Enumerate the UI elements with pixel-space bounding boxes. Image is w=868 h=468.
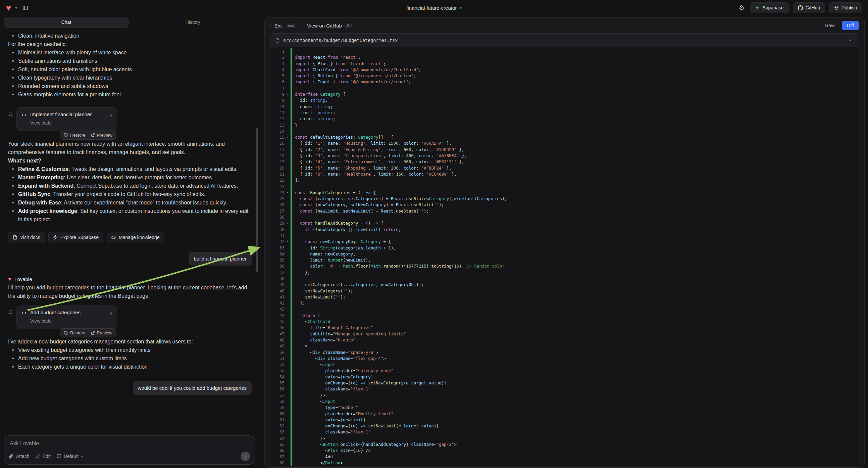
list-item: Master Prompting: Use clear, detailed, a…: [11, 173, 252, 182]
chevron-right-icon: ›: [110, 310, 112, 316]
code-line: 53 placeholder="Category name": [271, 368, 859, 374]
view-on-github-button[interactable]: View on GitHub 6: [305, 23, 354, 29]
code-line: 26 const [newCategory, setNewCategory] =…: [271, 202, 859, 208]
diff-toggle-button[interactable]: Diff: [842, 21, 859, 30]
visit-docs-button[interactable]: Visit docs: [8, 232, 45, 243]
code-line: 14: [271, 128, 859, 134]
chat-message-list[interactable]: Clean, intuitive navigation For the desi…: [0, 29, 259, 434]
chevron-down-icon: ▾: [81, 455, 83, 458]
view-code-link[interactable]: View code: [30, 119, 92, 127]
chat-input[interactable]: [9, 440, 250, 447]
manage-knowledge-button[interactable]: Manage knowledge: [107, 232, 164, 243]
version-actions: Restore Preview: [60, 328, 117, 338]
restore-button[interactable]: Restore: [64, 330, 86, 335]
tab-history[interactable]: History: [130, 17, 255, 28]
publish-label: Publish: [841, 5, 857, 10]
version-title: Add budget categories: [30, 309, 81, 316]
code-line: 9 id: string;: [271, 97, 859, 104]
explore-supabase-button[interactable]: Explore Supabase: [48, 232, 103, 243]
edit-button[interactable]: Edit: [36, 454, 51, 459]
list-item: Expand with Backend: Connect Supabase to…: [11, 182, 252, 190]
sidebar-toggle-button[interactable]: [21, 4, 30, 12]
code-line: 15▾const defaultCategories: Category[] =…: [271, 134, 859, 140]
chat-tabs: Chat History: [0, 16, 259, 29]
code-icon: [22, 311, 27, 316]
supabase-button[interactable]: Supabase: [750, 2, 788, 13]
bookmark-icon[interactable]: [8, 112, 13, 140]
code-line: 43: [271, 306, 859, 312]
publish-button[interactable]: Publish: [829, 2, 862, 13]
collapse-file-button[interactable]: [845, 38, 854, 43]
user-message: build a financial planner: [189, 252, 252, 266]
code-line: 60 placeholder="Monthly limit": [271, 411, 859, 417]
lovable-logo-icon[interactable]: ♥: [6, 3, 11, 12]
project-switcher[interactable]: financial-future-creator ▾: [406, 5, 462, 11]
chevron-left-icon: ‹: [270, 24, 272, 28]
chevron-up-icon: [847, 38, 852, 42]
send-button[interactable]: ↑: [241, 451, 250, 461]
sidebar-toggle-icon: [23, 5, 28, 11]
assistant-name: Lovable: [14, 275, 32, 283]
mode-selector[interactable]: Default ▾: [57, 454, 83, 459]
code-editor[interactable]: 12import React from 'react';3import { Pl…: [270, 47, 859, 468]
code-line: 3import { Plus } from 'lucide-react';: [271, 61, 859, 67]
github-button[interactable]: GitHub: [793, 2, 826, 13]
list-item: Subtle animations and transitions: [11, 57, 252, 65]
document-icon: [13, 235, 18, 240]
topbar: ♥ ▾ financial-future-creator ▾ ⚙ Supabas…: [0, 0, 868, 16]
code-line: 66 <Plus size={16} />: [271, 447, 859, 454]
message-menu-button[interactable]: ···: [240, 275, 252, 282]
list-item: Refine & Customize: Tweak the design, an…: [11, 165, 252, 173]
chat-scrollbar[interactable]: [256, 128, 258, 272]
code-line: 18 { id: '3', name: 'Transportation', li…: [271, 153, 859, 159]
code-line: 46 title="Budget Categories": [271, 325, 859, 331]
restore-button[interactable]: Restore: [64, 133, 86, 138]
code-line: 55 onChange={(e) => setNewCategory(e.tar…: [271, 380, 859, 386]
code-line: 7: [271, 85, 859, 91]
code-line: 29▾ const handleAddCategory = () => {: [271, 220, 859, 226]
code-line: 54 value={newCategory}: [271, 374, 859, 380]
code-line: 64 />: [271, 435, 859, 441]
view-code-link[interactable]: View code: [30, 317, 81, 325]
attach-button[interactable]: Attach: [9, 454, 30, 459]
code-line: 11 limit: number;: [271, 110, 859, 116]
code-line: 67 Add: [271, 454, 859, 460]
preview-button[interactable]: Preview: [91, 133, 113, 138]
settings-button[interactable]: ⚙: [738, 2, 746, 13]
code-line: 36 color: '#' + Math.floor(Math.random()…: [271, 263, 859, 269]
arrow-up-icon: ↑: [244, 454, 247, 459]
tab-chat[interactable]: Chat: [4, 17, 128, 28]
code-line: 23: [271, 184, 859, 190]
code-line: 63 className="flex-1": [271, 429, 859, 435]
code-line: 47 subtitle="Manage your spending limits…: [271, 331, 859, 337]
file-header[interactable]: src/components/budget/BudgetCategories.t…: [270, 33, 859, 47]
code-line: 19 { id: '4', name: 'Entertainment', lim…: [271, 159, 859, 165]
code-line: 45 <ChartCard: [271, 319, 859, 325]
eye-icon: [112, 235, 116, 240]
list-item: Soft, neutral color palette with light b…: [11, 65, 252, 74]
assistant-summary: Your sleek financial planner is now read…: [8, 140, 252, 156]
pencil-icon: [36, 454, 40, 459]
raw-toggle-button[interactable]: Raw: [823, 23, 836, 29]
bookmark-icon[interactable]: [8, 310, 13, 338]
gear-icon: ⚙: [739, 4, 745, 12]
user-message: would be cool if you could add budget ca…: [133, 381, 252, 395]
code-line: 40 setNewCategory('');: [271, 288, 859, 294]
code-line: 25 const [categories, setCategories] = R…: [271, 196, 859, 202]
version-card-implement-planner[interactable]: Implement financial planner View code ›: [17, 108, 117, 131]
file-path: src/components/budget/BudgetCategories.t…: [283, 38, 398, 43]
workspace-chevron-down-icon[interactable]: ▾: [15, 6, 17, 10]
code-line: 13}: [271, 122, 859, 128]
code-line: 32▾ const newCategoryObj: Category = {: [271, 239, 859, 245]
preview-button[interactable]: Preview: [91, 330, 113, 335]
esc-kbd: esc: [286, 23, 296, 28]
code-line: 58 <Input: [271, 399, 859, 405]
code-panel-body: src/components/budget/BudgetCategories.t…: [265, 33, 864, 468]
version-card-add-budget-categories[interactable]: Add budget categories View code ›: [17, 305, 117, 329]
exit-button[interactable]: ‹ Exit esc: [270, 23, 296, 29]
code-line: 38: [271, 275, 859, 282]
code-line: 28: [271, 214, 859, 220]
restore-icon: [64, 331, 68, 335]
code-line: 4import ChartCard from '@/components/ui/…: [271, 67, 859, 73]
code-line: 52 <Input: [271, 361, 859, 368]
